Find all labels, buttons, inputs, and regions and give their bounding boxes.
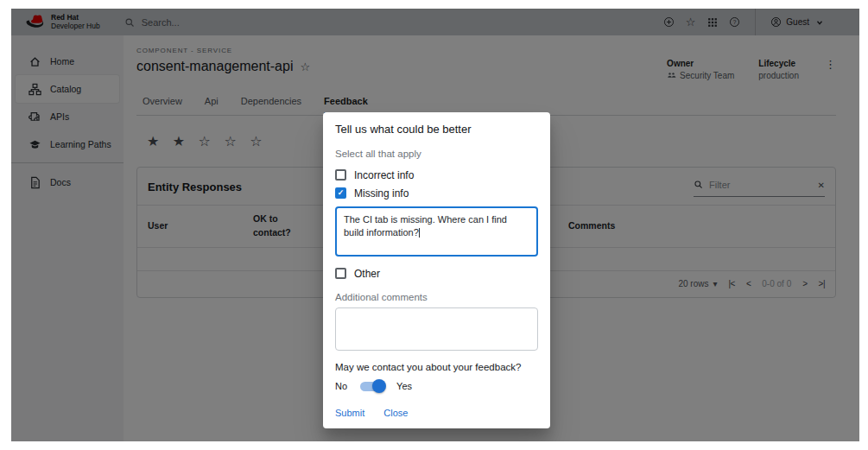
dialog-title: Tell us what could be better bbox=[335, 123, 538, 136]
app-window: Red Hat Developer Hub Search... ☆ ? bbox=[11, 9, 859, 441]
option-incorrect-info[interactable]: ✓ Incorrect info bbox=[335, 166, 538, 184]
close-button[interactable]: Close bbox=[383, 408, 408, 418]
option-label: Other bbox=[354, 268, 380, 280]
toggle-off-label: No bbox=[335, 381, 347, 391]
checkbox-missing-info[interactable]: ✓ bbox=[335, 187, 346, 199]
additional-comments-textarea[interactable] bbox=[335, 307, 538, 351]
contact-toggle-switch[interactable] bbox=[360, 382, 383, 391]
text-cursor bbox=[419, 228, 420, 238]
checkbox-other[interactable]: ✓ bbox=[335, 268, 346, 279]
feedback-text: The CI tab is missing. Where can I find … bbox=[344, 214, 507, 238]
toggle-knob bbox=[372, 379, 386, 393]
checkbox-incorrect-info[interactable]: ✓ bbox=[335, 169, 346, 181]
contact-toggle-row: No Yes bbox=[335, 381, 538, 391]
feedback-textarea[interactable]: The CI tab is missing. Where can I find … bbox=[335, 206, 538, 257]
option-missing-info[interactable]: ✓ Missing info bbox=[335, 184, 538, 202]
contact-question: May we contact you about your feedback? bbox=[335, 362, 538, 372]
toggle-on-label: Yes bbox=[396, 381, 412, 391]
submit-button[interactable]: Submit bbox=[335, 408, 364, 418]
option-label: Incorrect info bbox=[354, 169, 414, 181]
option-other[interactable]: ✓ Other bbox=[335, 264, 538, 282]
dialog-actions: Submit Close bbox=[335, 408, 538, 418]
additional-comments-label: Additional comments bbox=[335, 292, 538, 302]
check-icon: ✓ bbox=[338, 189, 345, 197]
option-label: Missing info bbox=[354, 187, 409, 200]
feedback-dialog: Tell us what could be better Select all … bbox=[323, 112, 550, 428]
dialog-subtitle: Select all that apply bbox=[335, 149, 538, 159]
